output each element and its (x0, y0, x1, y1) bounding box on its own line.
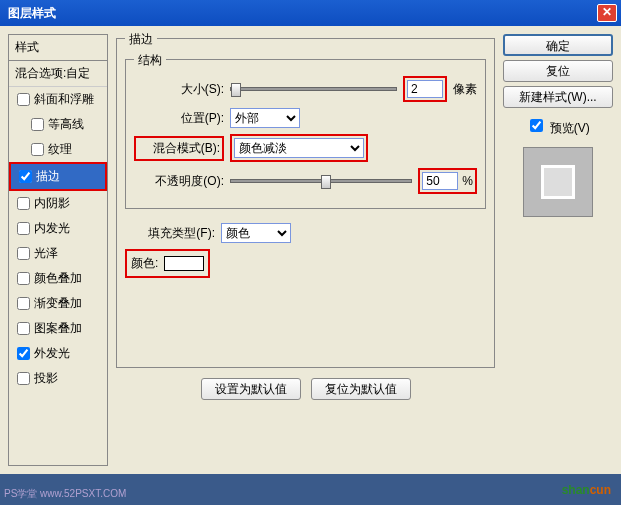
stroke-groupbox: 描边 结构 大小(S): 像素 位置(P): 外部 混合模式(B): 颜色减淡 (116, 38, 495, 368)
style-item[interactable]: 纹理 (9, 137, 107, 162)
style-item[interactable]: 内发光 (9, 216, 107, 241)
style-checkbox[interactable] (17, 322, 30, 335)
size-row: 大小(S): 像素 (134, 76, 477, 102)
opacity-slider[interactable] (230, 179, 412, 183)
style-checkbox[interactable] (17, 372, 30, 385)
blend-options-item[interactable]: 混合选项:自定 (9, 61, 107, 87)
preview-checkbox-row[interactable]: 预览(V) (526, 116, 589, 137)
opacity-unit: % (462, 174, 473, 188)
style-item[interactable]: 光泽 (9, 241, 107, 266)
set-default-button[interactable]: 设置为默认值 (201, 378, 301, 400)
style-checkbox[interactable] (17, 93, 30, 106)
position-row: 位置(P): 外部 (134, 108, 477, 128)
filltype-select[interactable]: 颜色 (221, 223, 291, 243)
style-checkbox[interactable] (17, 272, 30, 285)
size-slider[interactable] (230, 87, 397, 91)
reset-button[interactable]: 复位 (503, 60, 613, 82)
new-style-button[interactable]: 新建样式(W)... (503, 86, 613, 108)
style-item-label: 投影 (34, 370, 58, 387)
style-item[interactable]: 图案叠加 (9, 316, 107, 341)
style-item[interactable]: 外发光 (9, 341, 107, 366)
style-checkbox[interactable] (17, 347, 30, 360)
ok-button[interactable]: 确定 (503, 34, 613, 56)
filltype-row: 填充类型(F): 颜色 (125, 223, 486, 243)
style-checkbox[interactable] (31, 143, 44, 156)
style-item-label: 纹理 (48, 141, 72, 158)
titlebar: 图层样式 ✕ (0, 0, 621, 26)
color-label: 颜色: (131, 255, 158, 272)
right-panel: 确定 复位 新建样式(W)... 预览(V) (503, 34, 613, 466)
style-item-label: 图案叠加 (34, 320, 82, 337)
style-item-label: 内阴影 (34, 195, 70, 212)
style-checkbox[interactable] (17, 197, 30, 210)
reset-default-button[interactable]: 复位为默认值 (311, 378, 411, 400)
style-item-label: 外发光 (34, 345, 70, 362)
position-label: 位置(P): (134, 110, 224, 127)
style-item[interactable]: 描边 (11, 164, 105, 189)
panel-title: 描边 (125, 31, 157, 48)
style-checkbox[interactable] (17, 247, 30, 260)
style-item[interactable]: 斜面和浮雕 (9, 87, 107, 112)
size-label: 大小(S): (134, 81, 224, 98)
style-item[interactable]: 颜色叠加 (9, 266, 107, 291)
opacity-label: 不透明度(O): (134, 173, 224, 190)
dialog-title: 图层样式 (4, 5, 597, 22)
watermark-left: PS学堂 www.52PSXT.COM (4, 487, 126, 501)
blend-mode-row: 混合模式(B): 颜色减淡 (134, 134, 477, 162)
style-item[interactable]: 内阴影 (9, 191, 107, 216)
style-item-label: 渐变叠加 (34, 295, 82, 312)
style-item[interactable]: 渐变叠加 (9, 291, 107, 316)
style-item[interactable]: 投影 (9, 366, 107, 391)
style-item-label: 等高线 (48, 116, 84, 133)
preview-box (523, 147, 593, 217)
style-checkbox[interactable] (17, 222, 30, 235)
color-row: 颜色: (125, 249, 486, 278)
style-item-label: 光泽 (34, 245, 58, 262)
blend-mode-label: 混合模式(B): (134, 136, 224, 161)
preview-label: 预览(V) (550, 121, 590, 135)
settings-panel: 描边 结构 大小(S): 像素 位置(P): 外部 混合模式(B): 颜色减淡 (116, 34, 495, 466)
position-select[interactable]: 外部 (230, 108, 300, 128)
style-item-label: 斜面和浮雕 (34, 91, 94, 108)
opacity-input[interactable] (422, 172, 458, 190)
preview-swatch (541, 165, 575, 199)
style-item-label: 内发光 (34, 220, 70, 237)
opacity-row: 不透明度(O): % (134, 168, 477, 194)
style-item-label: 描边 (36, 168, 60, 185)
structure-title: 结构 (134, 52, 166, 69)
styles-list-panel: 样式 混合选项:自定 斜面和浮雕等高线纹理描边内阴影内发光光泽颜色叠加渐变叠加图… (8, 34, 108, 466)
structure-groupbox: 结构 大小(S): 像素 位置(P): 外部 混合模式(B): 颜色减淡 不透明… (125, 59, 486, 209)
style-item[interactable]: 等高线 (9, 112, 107, 137)
preview-checkbox[interactable] (530, 119, 543, 132)
color-swatch[interactable] (164, 256, 204, 271)
style-checkbox[interactable] (19, 170, 32, 183)
style-checkbox[interactable] (17, 297, 30, 310)
size-unit: 像素 (453, 81, 477, 98)
watermark-right: shancun (562, 476, 611, 499)
blend-mode-select[interactable]: 颜色减淡 (234, 138, 364, 158)
dialog-body: 样式 混合选项:自定 斜面和浮雕等高线纹理描边内阴影内发光光泽颜色叠加渐变叠加图… (0, 26, 621, 474)
styles-header: 样式 (9, 35, 107, 61)
size-input[interactable] (407, 80, 443, 98)
filltype-label: 填充类型(F): (125, 225, 215, 242)
style-checkbox[interactable] (31, 118, 44, 131)
style-item-label: 颜色叠加 (34, 270, 82, 287)
close-button[interactable]: ✕ (597, 4, 617, 22)
